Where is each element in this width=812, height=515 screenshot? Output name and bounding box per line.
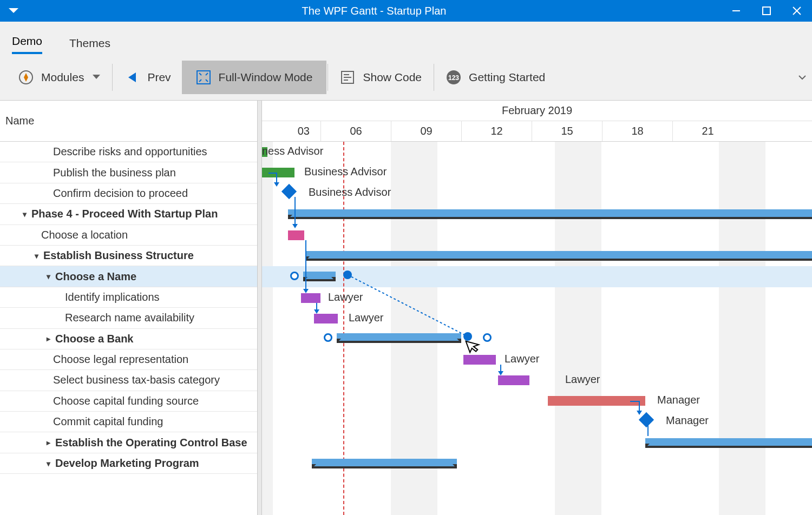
tree-row-label: Publish the business plan <box>53 167 176 179</box>
tree-row[interactable]: ▾Choose a Name <box>0 266 257 287</box>
summary-bar[interactable] <box>305 251 812 261</box>
full-window-button[interactable]: Full-Window Mode <box>182 61 327 94</box>
tree-row-label: Research name availability <box>65 312 194 324</box>
tree-row[interactable]: ▾Develop Marketing Program <box>0 453 257 474</box>
expander-collapsed-icon[interactable]: ▸ <box>43 334 53 343</box>
tree-row-label: Establish the Operating Control Base <box>55 437 247 449</box>
svg-line-20 <box>348 275 468 336</box>
task-bar[interactable] <box>498 375 529 385</box>
show-code-button[interactable]: Show Code <box>329 61 433 94</box>
tree-row[interactable]: ▾Phase 4 - Proceed With Startup Plan <box>0 204 257 225</box>
timeline-day-header: 21 <box>672 121 743 142</box>
tree-row[interactable]: Choose legal representation <box>0 349 257 370</box>
timeline-header: February 2019 03060912151821 <box>262 101 812 142</box>
code-icon <box>340 70 355 85</box>
close-button[interactable] <box>782 0 812 22</box>
tree-row[interactable]: Identify implications <box>0 287 257 308</box>
svg-marker-8 <box>128 72 136 82</box>
timeline-days: 03060912151821 <box>262 121 812 142</box>
summary-bar[interactable] <box>288 209 812 219</box>
svg-rect-2 <box>763 7 770 15</box>
timeline-day-header: 03 <box>262 121 320 142</box>
tree-row[interactable]: Research name availability <box>0 308 257 328</box>
weekend-shade <box>719 142 765 515</box>
tab-demo[interactable]: Demo <box>12 28 42 54</box>
tree-row[interactable]: ▾Establish Business Structure <box>0 246 257 266</box>
selection-handle[interactable] <box>290 272 299 280</box>
tree-row[interactable]: Choose capital funding source <box>0 391 257 412</box>
title-bar: The WPF Gantt - Startup Plan <box>0 0 812 22</box>
dependency-arrow <box>498 371 503 375</box>
timeline-body[interactable]: ness Advisor Business Advisor Business A… <box>262 142 812 515</box>
toolbar-separator <box>434 64 434 91</box>
dependency-link <box>647 425 649 436</box>
dependency-arrow <box>314 309 319 314</box>
splitter[interactable] <box>258 101 262 515</box>
weekend-shade <box>262 142 273 515</box>
svg-line-13 <box>206 80 208 82</box>
showcode-label: Show Code <box>363 71 422 84</box>
getting-started-button[interactable]: 123 Getting Started <box>435 61 556 94</box>
tree-row-label: Describe risks and opportunities <box>53 146 207 158</box>
task-bar[interactable] <box>288 230 304 240</box>
svg-line-11 <box>206 73 208 75</box>
tree-row[interactable]: Choose a location <box>0 225 257 246</box>
svg-rect-9 <box>197 71 210 84</box>
maximize-button[interactable] <box>751 0 782 22</box>
expander-collapsed-icon[interactable]: ▸ <box>43 438 53 447</box>
toolbar-separator <box>112 64 113 91</box>
summary-bar[interactable] <box>312 459 457 468</box>
tree-row[interactable]: Commit capital funding <box>0 412 257 432</box>
task-resource-label: Lawyer <box>505 353 539 365</box>
quick-access-icon[interactable] <box>0 8 27 14</box>
tree-row[interactable]: Publish the business plan <box>0 162 257 183</box>
tree-row[interactable]: Confirm decision to proceed <box>0 183 257 204</box>
expander-expanded-icon[interactable]: ▾ <box>43 459 53 468</box>
toolbar: Modules Prev Full-Window Mode Show Code … <box>0 54 812 101</box>
dependency-link <box>276 173 277 183</box>
task-resource-label: ness Advisor <box>262 145 323 157</box>
selection-handle[interactable] <box>483 333 492 342</box>
timeline-day-header: 09 <box>391 121 461 142</box>
task-bar[interactable] <box>463 355 496 365</box>
weekend-shade <box>555 142 601 515</box>
window-title: The WPF Gantt - Startup Plan <box>27 5 721 17</box>
timeline-day-header: 15 <box>532 121 602 142</box>
timeline-day-header: 12 <box>461 121 532 142</box>
tree-row[interactable]: ▸Establish the Operating Control Base <box>0 432 257 453</box>
tree-row[interactable]: ▸Choose a Bank <box>0 329 257 349</box>
task-bar[interactable] <box>262 168 294 177</box>
selection-handle[interactable] <box>324 333 332 342</box>
toolbar-overflow-icon[interactable] <box>798 74 807 81</box>
tree-rows: Describe risks and opportunitiesPublish … <box>0 142 257 474</box>
tree-row-label: Select business tax-basis category <box>53 374 220 386</box>
tree-row-label: Choose legal representation <box>53 353 188 366</box>
svg-marker-6 <box>24 73 28 82</box>
tree-row[interactable]: Select business tax-basis category <box>0 370 257 391</box>
timeline-day-header: 06 <box>320 121 391 142</box>
task-bar[interactable] <box>314 314 338 323</box>
prev-button[interactable]: Prev <box>114 61 181 94</box>
task-bar[interactable] <box>301 293 320 303</box>
summary-bar[interactable] <box>645 438 812 448</box>
task-tree-panel: Name Describe risks and opportunitiesPub… <box>0 101 258 515</box>
dependency-link <box>639 401 640 412</box>
modules-dropdown[interactable]: Modules <box>8 61 111 94</box>
expander-expanded-icon[interactable]: ▾ <box>31 252 41 260</box>
tree-header-name: Name <box>0 101 257 142</box>
minimize-button[interactable] <box>721 0 751 22</box>
tab-themes[interactable]: Themes <box>69 30 110 54</box>
svg-text:123: 123 <box>448 74 459 82</box>
dependency-link <box>305 240 306 290</box>
main-split: Name Describe risks and opportunitiesPub… <box>0 101 812 515</box>
svg-marker-7 <box>93 75 100 79</box>
tree-row-label: Choose capital funding source <box>53 395 199 407</box>
dependency-link <box>269 173 276 174</box>
dependency-arrow <box>274 182 279 187</box>
tree-row[interactable]: Describe risks and opportunities <box>0 142 257 162</box>
expander-expanded-icon[interactable]: ▾ <box>19 210 29 219</box>
dependency-arrow <box>637 411 642 415</box>
expander-expanded-icon[interactable]: ▾ <box>43 272 53 281</box>
svg-marker-0 <box>9 8 18 13</box>
summary-bar[interactable] <box>303 272 336 281</box>
